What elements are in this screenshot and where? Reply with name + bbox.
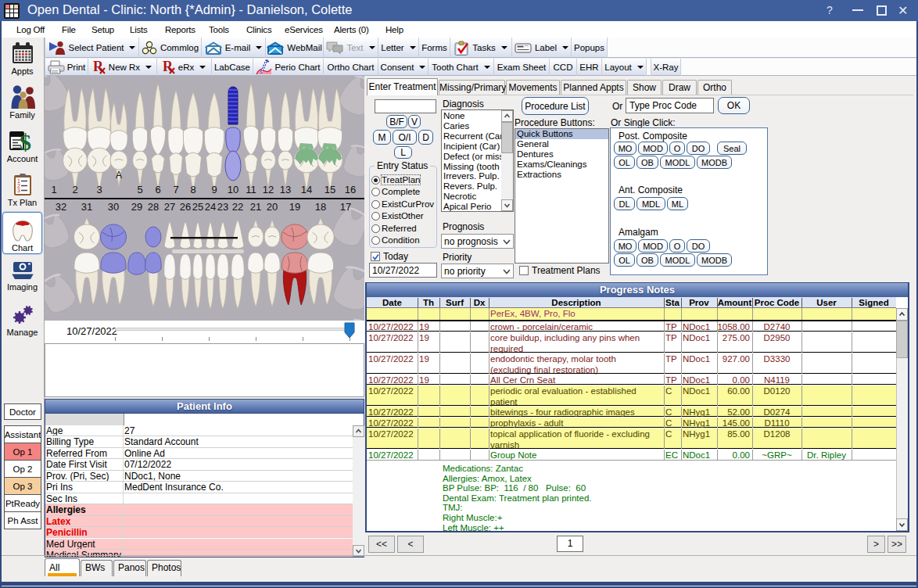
svg-text:3: 3 bbox=[96, 184, 102, 195]
svg-text:22: 22 bbox=[232, 201, 243, 213]
svg-text:13: 13 bbox=[280, 184, 291, 195]
svg-text:30: 30 bbox=[108, 201, 119, 213]
svg-text:3: 3 bbox=[17, 188, 20, 193]
svg-text:6: 6 bbox=[155, 184, 160, 195]
svg-text:$: $ bbox=[20, 129, 31, 152]
svg-text:2: 2 bbox=[72, 184, 77, 195]
svg-text:9: 9 bbox=[211, 184, 217, 195]
svg-text:31: 31 bbox=[81, 201, 92, 213]
svg-text:32: 32 bbox=[56, 201, 66, 213]
svg-text:29: 29 bbox=[131, 201, 142, 213]
svg-text:25: 25 bbox=[192, 201, 203, 213]
svg-text:28: 28 bbox=[148, 201, 159, 213]
svg-text:23: 23 bbox=[217, 201, 228, 213]
svg-text:16: 16 bbox=[345, 184, 356, 195]
svg-text:7: 7 bbox=[173, 184, 178, 195]
svg-text:24: 24 bbox=[205, 201, 216, 213]
svg-text:A: A bbox=[116, 170, 122, 181]
svg-text:19: 19 bbox=[289, 201, 300, 213]
svg-text:26: 26 bbox=[180, 201, 191, 213]
svg-text:1: 1 bbox=[51, 184, 56, 195]
svg-text:27: 27 bbox=[164, 201, 175, 213]
svg-text:10: 10 bbox=[228, 184, 238, 195]
svg-text:15: 15 bbox=[325, 184, 335, 195]
svg-text:21: 21 bbox=[250, 201, 261, 213]
svg-text:12: 12 bbox=[263, 184, 274, 195]
svg-text:14: 14 bbox=[301, 184, 312, 195]
svg-text:20: 20 bbox=[267, 201, 278, 213]
svg-text:11: 11 bbox=[246, 184, 256, 195]
svg-text:5: 5 bbox=[137, 184, 142, 195]
svg-text:8: 8 bbox=[190, 184, 195, 195]
svg-text:17: 17 bbox=[340, 201, 351, 213]
svg-text:18: 18 bbox=[315, 201, 326, 213]
